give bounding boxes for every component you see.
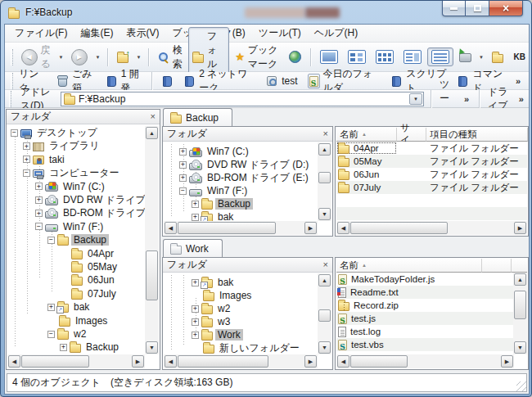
- file-row[interactable]: 04Aprファイル フォルダー: [336, 142, 527, 155]
- view-tiles-button[interactable]: [344, 47, 370, 66]
- file-name-cell[interactable]: test.vbs: [336, 338, 482, 351]
- tree-item[interactable]: +Win7 (C:): [164, 145, 318, 158]
- menu-item[interactable]: ファイル(F): [8, 25, 74, 42]
- tree-item[interactable]: +Backup: [164, 197, 318, 210]
- tree-item[interactable]: +Work: [164, 328, 318, 341]
- scroll-thumb[interactable]: [514, 291, 526, 318]
- menu-item[interactable]: ツール(T): [252, 25, 308, 42]
- tree-item[interactable]: 06Jun: [7, 273, 145, 286]
- file-name-cell[interactable]: Record.zip: [336, 299, 482, 312]
- scroll-right-icon[interactable]: ▶: [132, 355, 144, 368]
- file-name-cell[interactable]: test.log: [336, 325, 482, 338]
- toolbar-grip[interactable]: [11, 49, 13, 65]
- horizontal-scrollbar[interactable]: ◀▶: [336, 221, 527, 235]
- expand-icon[interactable]: +: [60, 344, 67, 351]
- tree-item[interactable]: +w2: [164, 302, 318, 315]
- scroll-left-icon[interactable]: ◀: [337, 222, 349, 234]
- tree-item[interactable]: +w3: [164, 315, 318, 328]
- file-row[interactable]: Record.zip: [336, 299, 514, 312]
- column-header[interactable]: [482, 259, 512, 273]
- horizontal-scrollbar[interactable]: ◀▶: [336, 354, 514, 368]
- scroll-up-icon[interactable]: ▲: [318, 274, 331, 286]
- tree-item[interactable]: Images: [164, 289, 318, 302]
- file-row[interactable]: Readme.txt: [336, 286, 514, 299]
- scroll-left-icon[interactable]: ◀: [8, 355, 20, 368]
- file-row[interactable]: 06Junファイル フォルダー: [336, 168, 527, 181]
- tree-item[interactable]: 新しいフォルダー: [164, 341, 318, 354]
- tree-item[interactable]: −Backup: [7, 233, 145, 246]
- scroll-right-icon[interactable]: ▶: [304, 355, 317, 368]
- column-header[interactable]: 名前▲: [336, 128, 397, 142]
- drives-chevron-icon[interactable]: »: [519, 94, 524, 104]
- file-name-cell[interactable]: 05May: [336, 155, 397, 168]
- expand-icon[interactable]: +: [192, 279, 199, 286]
- scroll-right-icon[interactable]: ▶: [304, 222, 317, 234]
- file-name-cell[interactable]: test.js: [336, 312, 482, 325]
- scroll-thumb[interactable]: [178, 355, 268, 368]
- scroll-track[interactable]: [513, 286, 527, 341]
- expand-icon[interactable]: +: [23, 156, 30, 163]
- tree-item[interactable]: +DVD RW ドライブ (D:): [164, 158, 318, 171]
- tree-item[interactable]: −Win7 (F:): [164, 184, 318, 197]
- scroll-down-icon[interactable]: ▼: [318, 341, 331, 354]
- tree-item[interactable]: Images: [7, 314, 145, 327]
- tree-item[interactable]: 05May: [7, 260, 145, 273]
- send-to-button[interactable]: [455, 49, 476, 65]
- menu-item[interactable]: ヘルプ(H): [308, 25, 365, 42]
- collapse-icon[interactable]: −: [47, 331, 55, 338]
- scroll-left-icon[interactable]: ◀: [337, 355, 349, 368]
- scroll-up-icon[interactable]: ▲: [514, 273, 526, 286]
- close-button[interactable]: ×: [489, 1, 523, 16]
- expand-icon[interactable]: +: [192, 332, 199, 339]
- scroll-right-icon[interactable]: ▶: [501, 355, 513, 368]
- vertical-scrollbar[interactable]: ▲▼: [513, 273, 527, 354]
- maximize-button[interactable]: [466, 1, 489, 16]
- expand-icon[interactable]: +: [192, 201, 199, 208]
- scroll-left-icon[interactable]: ◀: [165, 355, 177, 368]
- vertical-scrollbar[interactable]: ▲▼: [318, 142, 331, 221]
- scroll-thumb[interactable]: [318, 172, 331, 184]
- view-thumbnails-button[interactable]: [316, 47, 342, 66]
- expand-icon[interactable]: +: [23, 142, 30, 150]
- tree-item[interactable]: +BD-ROM ドライブ (E:): [164, 171, 318, 184]
- tree-item[interactable]: +bak: [7, 300, 145, 314]
- toolbar-grip[interactable]: [9, 91, 11, 107]
- collapse-icon[interactable]: −: [11, 129, 18, 137]
- scroll-right-icon[interactable]: ▶: [514, 222, 526, 234]
- scroll-left-icon[interactable]: ◀: [165, 222, 177, 234]
- panel-close-icon[interactable]: ×: [151, 112, 156, 121]
- file-row[interactable]: test.log: [336, 325, 514, 338]
- scroll-down-icon[interactable]: ▼: [514, 341, 526, 354]
- expand-icon[interactable]: +: [179, 148, 187, 156]
- panel-close-icon[interactable]: ×: [323, 260, 328, 269]
- collapse-icon[interactable]: −: [35, 223, 43, 230]
- scroll-thumb[interactable]: [350, 222, 448, 234]
- scroll-track[interactable]: [145, 140, 159, 341]
- tab-work[interactable]: Work: [163, 239, 223, 257]
- file-name-cell[interactable]: 07July: [336, 181, 397, 194]
- title-bar[interactable]: F:¥Backup ×: [1, 1, 531, 24]
- expand-icon[interactable]: +: [192, 318, 199, 326]
- horizontal-scrollbar[interactable]: ◀▶: [7, 354, 145, 368]
- expand-icon[interactable]: +: [35, 196, 43, 204]
- scroll-thumb[interactable]: [21, 355, 89, 368]
- horizontal-scrollbar[interactable]: ◀▶: [164, 221, 318, 235]
- tree-item[interactable]: +Backup: [7, 341, 145, 354]
- minimize-button[interactable]: [442, 1, 466, 16]
- scroll-up-icon[interactable]: ▲: [146, 127, 158, 139]
- file-name-cell[interactable]: 04Apr: [336, 142, 397, 155]
- expand-icon[interactable]: +: [179, 174, 187, 182]
- file-row[interactable]: 05Mayファイル フォルダー: [336, 155, 527, 168]
- column-header[interactable]: 項目の種類: [426, 128, 528, 142]
- refresh-button[interactable]: [285, 48, 305, 65]
- scroll-thumb[interactable]: [318, 309, 331, 321]
- tree-item[interactable]: +bak: [164, 210, 318, 221]
- back-dropdown-icon[interactable]: ▼: [56, 55, 65, 60]
- expand-icon[interactable]: +: [192, 305, 199, 313]
- column-header[interactable]: サイ...: [397, 128, 426, 142]
- scroll-down-icon[interactable]: ▼: [318, 208, 331, 220]
- scroll-thumb[interactable]: [178, 222, 276, 234]
- file-row[interactable]: 07Julyファイル フォルダー: [336, 181, 527, 194]
- scroll-track[interactable]: [21, 354, 131, 368]
- link-button[interactable]: test: [261, 73, 301, 88]
